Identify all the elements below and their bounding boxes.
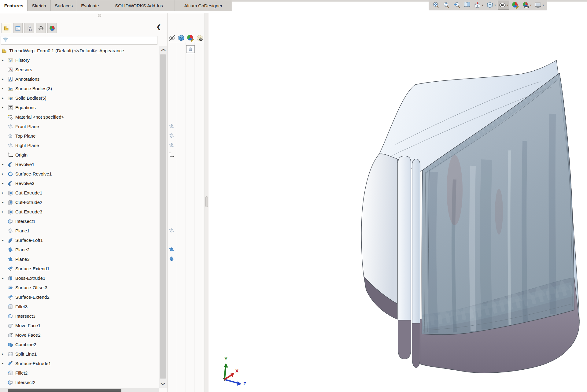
tree-item-surface-offset3[interactable]: Surface-Offset3 <box>0 283 159 292</box>
tree-item-equations[interactable]: ▸Equations <box>0 103 159 112</box>
tree-item-fillet3[interactable]: Fillet3 <box>0 302 159 311</box>
tree-item-revolve1[interactable]: ▸Revolve1 <box>0 160 159 169</box>
tree-item-annotations[interactable]: ▸Annotations <box>0 74 159 84</box>
expand-arrow-icon[interactable]: ▸ <box>0 96 7 100</box>
panel-splitter[interactable] <box>205 13 209 392</box>
appearance-icon[interactable] <box>186 34 194 42</box>
display-mode-icon[interactable] <box>177 34 185 42</box>
expand-arrow-icon[interactable]: ▸ <box>0 238 7 242</box>
expand-arrow-icon[interactable]: ▸ <box>0 191 7 195</box>
dropdown-arrow-icon[interactable]: ▾ <box>482 4 483 7</box>
command-tab-altium-codesigner[interactable]: Altium CoDesigner <box>175 0 232 11</box>
manager-tab-propertymanager[interactable] <box>13 23 23 33</box>
tree-item-intersect3[interactable]: Intersect3 <box>0 311 159 321</box>
tree-item-origin[interactable]: Origin <box>0 150 159 160</box>
command-tab-solidworks-add-ins[interactable]: SOLIDWORKS Add-Ins <box>103 0 175 11</box>
manager-tab-dimxpert-manager[interactable] <box>36 23 46 33</box>
tree-item-fillet2[interactable]: Fillet2 <box>0 368 159 378</box>
vertical-scroll-thumb[interactable] <box>160 54 166 379</box>
manager-tab-configuration-manager[interactable] <box>24 23 34 33</box>
command-tab-sketch[interactable]: Sketch <box>28 0 51 11</box>
tree-item-surface-revolve1[interactable]: ▸Surface-Revolve1 <box>0 169 159 179</box>
tree-item-surface-extend2[interactable]: Surface-Extend2 <box>0 292 159 302</box>
display-pane-plane-filled-plane3[interactable] <box>168 256 175 262</box>
manager-tab-display-manager[interactable] <box>47 23 57 33</box>
display-pane-plane-front-plane[interactable] <box>168 123 175 129</box>
tree-item-material-not-specified[interactable]: Material <not specified> <box>0 112 159 122</box>
dropdown-arrow-icon[interactable]: ▾ <box>530 4 532 7</box>
tree-item-sensors[interactable]: Sensors <box>0 65 159 74</box>
tree-filter-input[interactable] <box>1 36 157 45</box>
dynamic-annotation-views-button[interactable]: ▾ <box>473 1 484 9</box>
tree-item-solid-bodies-5[interactable]: ▸Solid Bodies(5) <box>0 93 159 103</box>
tree-item-combine2[interactable]: Combine2 <box>0 340 159 349</box>
manager-tab-featuremanager-tree[interactable] <box>2 23 11 33</box>
tree-item-plane2[interactable]: Plane2 <box>0 245 159 254</box>
horizontal-scroll-thumb[interactable] <box>8 389 121 392</box>
dropdown-arrow-icon[interactable]: ▾ <box>507 4 508 7</box>
tree-item-surface-extend1[interactable]: Surface-Extend1 <box>0 264 159 273</box>
zoom-to-area-button[interactable] <box>442 1 451 9</box>
scroll-up-button[interactable]: ❯ <box>159 46 167 54</box>
expand-arrow-icon[interactable]: ▸ <box>0 87 7 91</box>
expand-arrow-icon[interactable]: ▸ <box>0 276 7 280</box>
dropdown-arrow-icon[interactable]: ▾ <box>494 4 496 7</box>
tree-item-surface-loft1[interactable]: ▸Surface-Loft1 <box>0 235 159 245</box>
tree-root-item[interactable]: ThreadWarp_Form0.1 (Default) <<Default>_… <box>0 46 160 55</box>
edit-appearance-button[interactable] <box>511 1 520 9</box>
command-tab-surfaces[interactable]: Surfaces <box>51 0 77 11</box>
tree-item-revolve3[interactable]: ▸Revolve3 <box>0 179 159 188</box>
panel-resize-dot[interactable] <box>98 14 101 17</box>
dropdown-arrow-icon[interactable]: ▾ <box>542 4 544 7</box>
tree-item-move-face2[interactable]: Move Face2 <box>0 330 159 340</box>
graphics-viewport[interactable]: Y X Z <box>209 13 587 392</box>
tree-item-cut-extrude3[interactable]: ▸Cut-Extrude3 <box>0 207 159 216</box>
expand-arrow-icon[interactable]: ▸ <box>0 352 7 356</box>
display-pane-plane-filled-plane2[interactable] <box>168 246 175 253</box>
tree-item-intersect2[interactable]: Intersect2 <box>0 378 159 387</box>
tree-item-front-plane[interactable]: Front Plane <box>0 122 159 131</box>
expand-arrow-icon[interactable]: ▸ <box>0 181 7 185</box>
hide-show-items-button[interactable]: ▾ <box>498 1 509 10</box>
command-tab-features[interactable]: Features <box>0 0 28 11</box>
command-tab-evaluate[interactable]: Evaluate <box>77 0 103 11</box>
tree-horizontal-scrollbar[interactable] <box>0 388 159 392</box>
expand-arrow-icon[interactable]: ▸ <box>0 162 7 166</box>
tree-item-cut-extrude2[interactable]: ▸Cut-Extrude2 <box>0 198 159 207</box>
expand-arrow-icon[interactable]: ▸ <box>0 361 7 365</box>
apply-scene-button[interactable]: ▾ <box>521 1 532 9</box>
tree-item-move-face1[interactable]: Move Face1 <box>0 321 159 330</box>
tree-item-history[interactable]: ▸History <box>0 55 159 65</box>
root-appearance-swatch[interactable] <box>186 45 195 53</box>
tree-item-top-plane[interactable]: Top Plane <box>0 131 159 141</box>
view-orientation-button[interactable]: ▾ <box>485 1 497 9</box>
tree-item-right-plane[interactable]: Right Plane <box>0 141 159 150</box>
expand-arrow-icon[interactable]: ▸ <box>0 200 7 204</box>
hide-show-eye-slash-icon[interactable] <box>168 34 176 42</box>
expand-arrow-icon[interactable]: ▸ <box>0 58 7 62</box>
expand-arrow-icon[interactable]: ▸ <box>0 105 7 109</box>
display-pane-plane-plane1[interactable] <box>168 227 175 234</box>
tree-item-surface-bodies-3[interactable]: ▸Surface Bodies(3) <box>0 84 159 93</box>
view-settings-button[interactable]: ▾ <box>533 1 545 9</box>
tree-item-cut-extrude1[interactable]: ▸Cut-Extrude1 <box>0 188 159 198</box>
zoom-to-fit-button[interactable] <box>431 1 440 9</box>
display-pane-origin-origin[interactable] <box>168 152 175 158</box>
tree-item-boss-extrude1[interactable]: ▸Boss-Extrude1 <box>0 273 159 283</box>
tree-item-intersect1[interactable]: Intersect1 <box>0 216 159 226</box>
transparency-icon[interactable] <box>196 34 204 42</box>
tree-item-plane1[interactable]: Plane1 <box>0 226 159 235</box>
expand-arrow-icon[interactable]: ▸ <box>0 172 7 176</box>
expand-arrow-icon[interactable]: ▸ <box>0 77 7 81</box>
scroll-down-button[interactable]: ❯ <box>159 380 167 388</box>
panel-collapse-button[interactable]: ❮ <box>154 23 163 31</box>
tree-item-surface-extrude1[interactable]: ▸Surface-Extrude1 <box>0 359 159 368</box>
previous-view-button[interactable] <box>452 1 461 9</box>
display-pane-plane-top-plane[interactable] <box>168 133 175 139</box>
splitter-handle[interactable] <box>205 196 208 207</box>
tree-item-plane3[interactable]: Plane3 <box>0 254 159 264</box>
model-3d-view[interactable]: Y X Z <box>209 13 587 392</box>
expand-arrow-icon[interactable]: ▸ <box>0 210 7 214</box>
tree-item-split-line1[interactable]: ▸Split Line1 <box>0 349 159 359</box>
tree-vertical-scrollbar[interactable]: ❯ ❯ <box>159 46 167 388</box>
